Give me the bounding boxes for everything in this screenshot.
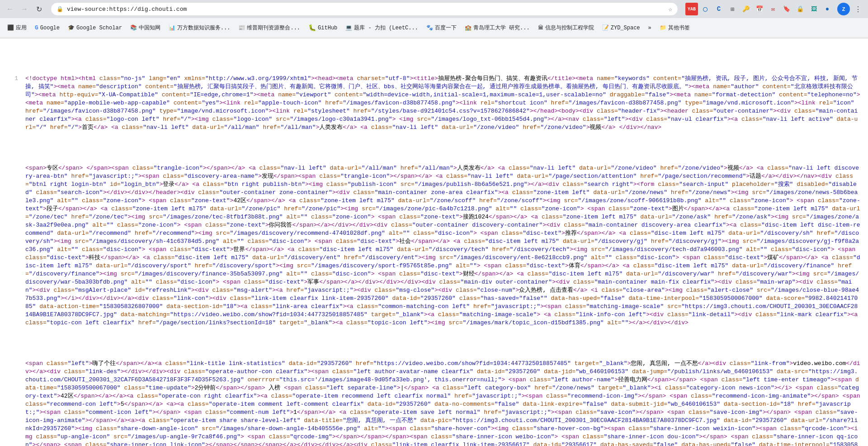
ext-lock[interactable]: 🔒	[794, 3, 807, 15]
ext-blue-circle[interactable]: ●	[821, 3, 834, 15]
ext-yab[interactable]: YAB	[685, 3, 698, 15]
line-number-1: 1	[7, 75, 25, 132]
bookmark-zyd[interactable]: 📝 ZYD_Space	[599, 23, 644, 33]
page-content: 1 <!doctype html><html class="no-js" lan…	[0, 38, 868, 446]
bookmark-zyd-label: ZYD_Space	[611, 25, 640, 31]
bookmark-zhiwang-label: 中国知网	[139, 24, 160, 32]
line-content-2: <span>专区</span> </span><span class="tran…	[25, 164, 861, 327]
refresh-button[interactable]: ↻	[33, 3, 45, 15]
apps-icon: ⬛	[7, 24, 14, 31]
leetcode-icon: 💻	[345, 24, 352, 31]
bookmark-qingdao[interactable]: 🏫 青岛理工大学 研究...	[461, 22, 533, 33]
source-line-2: <span>专区</span> </span><span class="tran…	[7, 164, 861, 327]
bookmarks-bar: ⬛ 应用 G Google 🎓 Google Scholar 📚 中国知网 📊 …	[0, 18, 868, 38]
line-content-3: <span class="left">嗨了个往</span></a><a cla…	[25, 360, 861, 446]
bookmark-google-label: Google	[40, 25, 60, 31]
weipusi-icon: 📰	[238, 24, 245, 31]
bookmark-wanfang-label: 万方数据知识服务...	[177, 24, 231, 32]
line-number-3	[7, 360, 25, 446]
zyd-icon: 📝	[602, 24, 609, 31]
bookmark-zhiwang[interactable]: 📚 中国知网	[127, 22, 164, 33]
bookmark-xinxi[interactable]: 🏛 信息与控制工程学院	[534, 22, 598, 33]
forward-button[interactable]: →	[18, 3, 31, 15]
bookmark-google-scholar[interactable]: 🎓 Google Scholar	[64, 23, 126, 33]
browser-titlebar: ← → ↻ 🔒 view-source:https://dig.chouti.c…	[0, 0, 868, 18]
bookmarks-list: ⬛ 应用 G Google 🎓 Google Scholar 📚 中国知网 📊 …	[4, 22, 864, 33]
ext-mail[interactable]: ✉	[767, 3, 779, 15]
ext-key[interactable]: 🔑	[740, 3, 752, 15]
ext-circle[interactable]: ◯	[699, 3, 712, 15]
ext-calendar[interactable]: 📅	[753, 3, 766, 15]
ext-puzzle[interactable]: ⊞	[726, 3, 739, 15]
bookmark-github[interactable]: 🐛 GitHub	[305, 22, 341, 33]
bookmark-wanfang[interactable]: 📊 万方数据知识服务...	[165, 22, 234, 33]
source-line-3: <span class="left">嗨了个往</span></a><a cla…	[7, 360, 861, 446]
bookmark-google[interactable]: G Google	[31, 23, 63, 33]
profile-button[interactable]: Z	[837, 3, 850, 15]
bookmark-othershu[interactable]: 📁 其他书签	[656, 22, 693, 33]
bookmark-qingdao-label: 青岛理工大学 研究...	[473, 24, 530, 32]
source-line-1: 1 <!doctype html><html class="no-js" lan…	[7, 75, 861, 132]
bookmark-baidu-label: 百度一下	[435, 24, 457, 32]
ext-photo[interactable]: 🖼	[807, 3, 820, 15]
google-icon: G	[35, 24, 38, 31]
bookmark-apps-label: 应用	[16, 24, 27, 32]
bookmark-othershu-label: 其他书签	[668, 24, 690, 32]
bookmark-xinxi-label: 信息与控制工程学院	[545, 24, 594, 32]
scholar-icon: 🎓	[68, 24, 75, 31]
address-bar[interactable]: 🔒 view-source:https://dig.chouti.com ☆	[51, 2, 678, 16]
othershu-icon: 📁	[660, 24, 666, 31]
zhiwang-icon: 📚	[130, 24, 137, 31]
xinxi-icon: 🏛	[538, 24, 543, 31]
github-icon: 🐛	[308, 24, 316, 32]
line-content-1: <!doctype html><html class="no-js" lang=…	[25, 75, 861, 132]
source-view: 1 <!doctype html><html class="no-js" lan…	[0, 38, 868, 446]
bookmark-more-label: »	[648, 25, 651, 31]
bookmark-scholar-label: Google Scholar	[76, 25, 122, 31]
back-button[interactable]: ←	[4, 3, 16, 15]
lock-icon: 🔒	[57, 6, 63, 13]
baidu-icon: 🐾	[426, 24, 433, 31]
bookmark-baidu[interactable]: 🐾 百度一下	[423, 22, 460, 33]
ext-bookmark[interactable]: 🔖	[780, 3, 793, 15]
wanfang-icon: 📊	[169, 24, 175, 31]
ext-letter-c[interactable]: C	[712, 3, 725, 15]
qingdao-icon: 🏫	[465, 24, 472, 31]
url-text: view-source:https://dig.chouti.com	[67, 6, 665, 13]
bookmark-apps[interactable]: ⬛ 应用	[4, 22, 30, 33]
bookmark-leetcode[interactable]: 💻 题库 - 力扣 (LeetC...	[342, 22, 422, 33]
extension-icons: YAB ◯ C ⊞ 🔑 📅 ✉ 🔖 🔒 🖼 ●	[684, 3, 835, 15]
bookmark-github-label: GitHub	[318, 25, 337, 31]
bookmark-star-icon[interactable]: ☆	[669, 5, 672, 13]
browser-chrome: ← → ↻ 🔒 view-source:https://dig.chouti.c…	[0, 0, 868, 38]
bookmark-leetcode-label: 题库 - 力扣 (LeetC...	[354, 24, 418, 32]
menu-button[interactable]: ⋮	[852, 3, 864, 15]
bookmark-weipusi-label: 维普期刊资源整合...	[247, 24, 300, 32]
line-number-2	[7, 164, 25, 327]
bookmark-weipusi[interactable]: 📰 维普期刊资源整合...	[235, 22, 304, 33]
bookmark-more[interactable]: »	[645, 23, 655, 33]
